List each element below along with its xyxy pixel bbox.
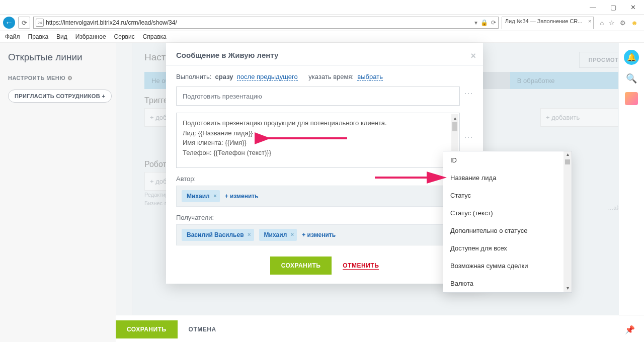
sidebar: Открытые линии НАСТРОИТЬ МЕНЮ ПРИГЛАСИТЬ… — [0, 43, 132, 342]
home-icon[interactable]: ⌂ — [600, 19, 604, 27]
menu-view[interactable]: Вид — [56, 33, 67, 40]
page-cancel-button[interactable]: ОТМЕНА — [189, 326, 216, 333]
browser-menu-bar: Файл Правка Вид Избранное Сервис Справка — [0, 31, 644, 43]
browser-tab[interactable]: Лид №34 — Заполнение CR... × — [502, 17, 594, 29]
avatar[interactable] — [625, 92, 638, 105]
exec-after-option[interactable]: после предыдущего — [237, 73, 298, 81]
dropdown-item-lead-name[interactable]: Название лида — [443, 169, 572, 187]
browser-toolbar: ← ⟳ 24 https://intervolgavirt.bitrix24.r… — [0, 15, 644, 31]
modal-save-button[interactable]: СОХРАНИТЬ — [270, 256, 332, 275]
window-maximize[interactable]: ▢ — [610, 4, 616, 11]
dropdown-icon[interactable]: ▾ — [474, 19, 477, 26]
body-menu-icon[interactable]: ⋯ — [464, 131, 473, 142]
author-chipbar: Михаил× + изменить — [176, 186, 473, 207]
author-label: Автор: — [176, 175, 473, 183]
window-close[interactable]: ✕ — [630, 4, 636, 11]
tab-title: Лид №34 — Заполнение CR... — [505, 18, 583, 24]
dropdown-scrollbar[interactable]: ▴ ▾ — [564, 151, 572, 292]
menu-favorites[interactable]: Избранное — [75, 33, 106, 40]
favicon-icon: 24 — [36, 19, 44, 27]
menu-tools[interactable]: Сервис — [114, 33, 135, 40]
time-pick-link[interactable]: выбрать — [357, 73, 383, 81]
lock-icon: 🔒 — [480, 19, 488, 26]
dropdown-item-status-extra[interactable]: Дополнительно о статусе — [443, 222, 572, 239]
page-footer: СОХРАНИТЬ ОТМЕНА 📌 — [116, 315, 644, 342]
chip-remove-icon[interactable]: × — [291, 231, 294, 237]
page-save-button[interactable]: СОХРАНИТЬ — [116, 320, 178, 338]
refresh-icon[interactable]: ⟳ — [491, 19, 496, 26]
menu-file[interactable]: Файл — [5, 33, 20, 40]
menu-edit[interactable]: Правка — [28, 33, 49, 40]
smiley-icon[interactable]: ☻ — [631, 19, 638, 27]
nav-reload-button[interactable]: ⟳ — [18, 17, 30, 29]
author-chip[interactable]: Михаил× — [182, 190, 220, 202]
chip-remove-icon[interactable]: × — [248, 231, 251, 237]
modal-cancel-button[interactable]: ОТМЕНИТЬ — [343, 262, 379, 270]
star-icon[interactable]: ☆ — [609, 19, 615, 27]
dropdown-item-id[interactable]: ID — [443, 151, 572, 169]
menu-help[interactable]: Справка — [143, 33, 167, 40]
url-text: https://intervolgavirt.bitrix24.ru/crm/l… — [46, 19, 177, 26]
modal-close-icon[interactable]: × — [470, 51, 476, 61]
exec-now-option[interactable]: сразу — [215, 73, 233, 80]
sidebar-title: Открытые линии — [8, 52, 124, 63]
author-change-link[interactable]: + изменить — [225, 193, 259, 200]
search-icon[interactable]: 🔍 — [626, 73, 637, 84]
recipients-chipbar: Василий Васильев× Михаил× + изменить — [176, 224, 473, 245]
dropdown-item-currency[interactable]: Валюта — [443, 275, 572, 292]
recipient-chip-1[interactable]: Василий Васильев× — [182, 229, 254, 241]
window-minimize[interactable]: — — [590, 4, 596, 11]
dropdown-item-status[interactable]: Статус — [443, 187, 572, 204]
modal-title: Сообщение в Живую ленту × — [166, 51, 483, 66]
gear-icon[interactable]: ⚙ — [620, 19, 626, 27]
message-modal: Сообщение в Живую ленту × Выполнить: сра… — [166, 43, 483, 284]
chip-remove-icon[interactable]: × — [213, 193, 216, 199]
dropdown-item-opportunity[interactable]: Возможная сумма сделки — [443, 257, 572, 275]
subject-menu-icon[interactable]: ⋯ — [464, 88, 473, 99]
tab-close-icon[interactable]: × — [588, 18, 591, 24]
address-bar[interactable]: 24 https://intervolgavirt.bitrix24.ru/cr… — [33, 17, 499, 29]
subject-input[interactable]: Подготовить презентацию — [176, 87, 460, 106]
right-rail: 🔔 🔍 ✆ — [618, 43, 644, 342]
window-titlebar: — ▢ ✕ — [0, 0, 644, 15]
nav-back-button[interactable]: ← — [3, 17, 15, 29]
notifications-icon[interactable]: 🔔 — [624, 50, 639, 65]
recipients-label: Получатели: — [176, 214, 473, 221]
invite-button[interactable]: ПРИГЛАСИТЬ СОТРУДНИКОВ + — [8, 90, 112, 103]
recipient-chip-2[interactable]: Михаил× — [259, 229, 297, 241]
dropdown-item-status-text[interactable]: Статус (текст) — [443, 204, 572, 222]
pin-icon[interactable]: 📌 — [625, 325, 635, 334]
dropdown-item-public[interactable]: Доступен для всех — [443, 239, 572, 257]
execute-line: Выполнить: сразу после предыдущего указа… — [176, 73, 473, 80]
recipients-change-link[interactable]: + изменить — [302, 231, 336, 238]
body-input[interactable]: Подготовить презентацию продукции для по… — [176, 113, 460, 168]
field-dropdown: ID Название лида Статус Статус (текст) Д… — [443, 151, 572, 293]
sidebar-configure-menu[interactable]: НАСТРОИТЬ МЕНЮ — [8, 75, 124, 81]
